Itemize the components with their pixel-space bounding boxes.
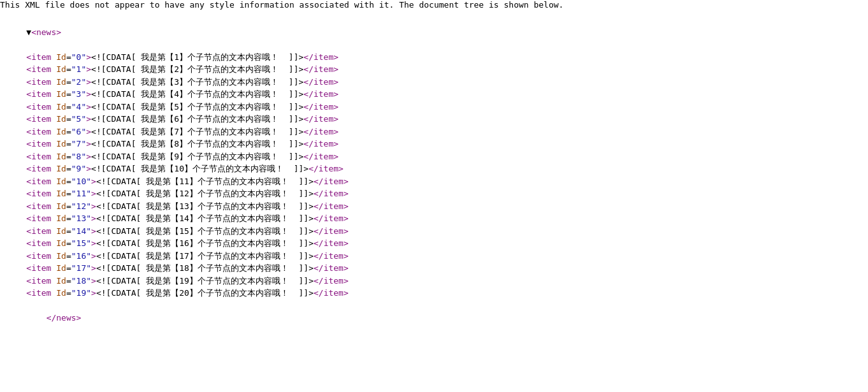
xml-item-line: <item Id="2"><![CDATA[ 我是第【3】个子节点的文本内容哦！…	[6, 76, 862, 89]
collapse-triangle[interactable]: ▼	[26, 27, 31, 37]
xml-item-line: <item Id="15"><![CDATA[ 我是第【16】个子节点的文本内容…	[6, 237, 862, 250]
xml-item-line: <item Id="1"><![CDATA[ 我是第【2】个子节点的文本内容哦！…	[6, 63, 862, 76]
xml-item-line: <item Id="8"><![CDATA[ 我是第【9】个子节点的文本内容哦！…	[6, 150, 862, 163]
xml-item-line: <item Id="19"><![CDATA[ 我是第【20】个子节点的文本内容…	[6, 287, 862, 300]
xml-item-line: <item Id="11"><![CDATA[ 我是第【12】个子节点的文本内容…	[6, 187, 862, 200]
xml-item-line: <item Id="18"><![CDATA[ 我是第【19】个子节点的文本内容…	[6, 275, 862, 287]
xml-item-line: <item Id="14"><![CDATA[ 我是第【15】个子节点的文本内容…	[6, 225, 862, 238]
xml-item-line: <item Id="16"><![CDATA[ 我是第【17】个子节点的文本内容…	[6, 250, 862, 263]
xml-item-line: <item Id="3"><![CDATA[ 我是第【4】个子节点的文本内容哦！…	[6, 88, 862, 101]
xml-root-close: </news>	[6, 300, 862, 337]
xml-item-line: <item Id="4"><![CDATA[ 我是第【5】个子节点的文本内容哦！…	[6, 101, 862, 113]
xml-item-line: <item Id="5"><![CDATA[ 我是第【6】个子节点的文本内容哦！…	[6, 113, 862, 126]
xml-item-line: <item Id="17"><![CDATA[ 我是第【18】个子节点的文本内容…	[6, 262, 862, 275]
xml-item-line: <item Id="6"><![CDATA[ 我是第【7】个子节点的文本内容哦！…	[6, 126, 862, 138]
xml-item-line: <item Id="0"><![CDATA[ 我是第【1】个子节点的文本内容哦！…	[6, 51, 862, 64]
xml-content: ▼<news> <item Id="0"><![CDATA[ 我是第【1】个子节…	[0, 10, 868, 340]
xml-root-open: ▼<news>	[6, 13, 862, 51]
xml-item-line: <item Id="9"><![CDATA[ 我是第【10】个子节点的文本内容哦…	[6, 163, 862, 175]
xml-item-line: <item Id="12"><![CDATA[ 我是第【13】个子节点的文本内容…	[6, 200, 862, 213]
xml-item-line: <item Id="10"><![CDATA[ 我是第【11】个子节点的文本内容…	[6, 175, 862, 188]
info-bar: This XML file does not appear to have an…	[0, 0, 868, 10]
xml-items: <item Id="0"><![CDATA[ 我是第【1】个子节点的文本内容哦！…	[6, 51, 862, 300]
xml-item-line: <item Id="13"><![CDATA[ 我是第【14】个子节点的文本内容…	[6, 212, 862, 225]
xml-item-line: <item Id="7"><![CDATA[ 我是第【8】个子节点的文本内容哦！…	[6, 138, 862, 150]
info-text: This XML file does not appear to have an…	[0, 0, 563, 10]
